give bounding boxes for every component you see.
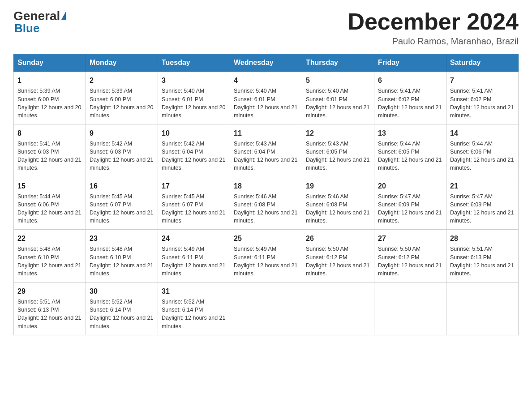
calendar-cell: 13Sunrise: 5:44 AMSunset: 6:05 PMDayligh… [374,124,446,177]
sunset-text: Sunset: 6:02 PM [378,96,419,103]
calendar-cell [374,282,446,335]
sunset-text: Sunset: 6:14 PM [162,307,203,313]
calendar-cell: 26Sunrise: 5:50 AMSunset: 6:12 PMDayligh… [302,230,374,283]
day-number: 7 [450,75,515,86]
sunrise-text: Sunrise: 5:39 AM [90,88,132,94]
day-number: 13 [378,128,442,138]
calendar-cell: 3Sunrise: 5:40 AMSunset: 6:01 PMDaylight… [158,72,230,124]
sunrise-text: Sunrise: 5:41 AM [378,88,420,94]
day-number: 30 [90,286,154,296]
calendar-week-row: 29Sunrise: 5:51 AMSunset: 6:13 PMDayligh… [14,282,519,335]
calendar-cell [302,282,374,335]
calendar-header-wednesday: Wednesday [230,54,302,72]
calendar-cell: 30Sunrise: 5:52 AMSunset: 6:14 PMDayligh… [86,282,158,335]
day-number: 3 [162,75,226,86]
sunset-text: Sunset: 6:06 PM [450,149,491,155]
sunset-text: Sunset: 6:01 PM [234,96,275,103]
day-number: 19 [306,181,370,191]
sunrise-text: Sunrise: 5:47 AM [378,193,420,200]
sunset-text: Sunset: 6:09 PM [378,201,419,208]
daylight-text: Daylight: 12 hours and 21 minutes. [378,157,442,171]
logo: General Blue [13,9,66,35]
daylight-text: Daylight: 12 hours and 21 minutes. [450,210,514,224]
calendar-week-row: 22Sunrise: 5:48 AMSunset: 6:10 PMDayligh… [14,230,519,283]
calendar-week-row: 8Sunrise: 5:41 AMSunset: 6:03 PMDaylight… [14,124,519,177]
daylight-text: Daylight: 12 hours and 21 minutes. [162,157,225,171]
sunset-text: Sunset: 6:13 PM [17,307,59,313]
daylight-text: Daylight: 12 hours and 21 minutes. [162,315,225,329]
day-number: 9 [90,128,154,138]
day-number: 31 [162,286,226,296]
daylight-text: Daylight: 12 hours and 21 minutes. [378,262,442,277]
daylight-text: Daylight: 12 hours and 21 minutes. [17,315,81,329]
calendar-table: SundayMondayTuesdayWednesdayThursdayFrid… [13,54,519,335]
daylight-text: Daylight: 12 hours and 21 minutes. [234,262,297,277]
sunset-text: Sunset: 6:07 PM [162,201,203,208]
sunset-text: Sunset: 6:07 PM [90,201,131,208]
daylight-text: Daylight: 12 hours and 21 minutes. [90,157,153,171]
daylight-text: Daylight: 12 hours and 21 minutes. [234,104,297,119]
day-number: 15 [17,181,82,191]
day-number: 24 [162,233,226,244]
calendar-header-thursday: Thursday [302,54,374,72]
sunrise-text: Sunrise: 5:52 AM [162,299,204,305]
sunset-text: Sunset: 6:11 PM [162,254,203,261]
day-number: 27 [378,233,442,244]
sunset-text: Sunset: 6:08 PM [306,201,347,208]
day-number: 21 [450,181,515,191]
calendar-cell: 6Sunrise: 5:41 AMSunset: 6:02 PMDaylight… [374,72,446,124]
calendar-cell: 8Sunrise: 5:41 AMSunset: 6:03 PMDaylight… [14,124,86,177]
calendar-cell: 23Sunrise: 5:48 AMSunset: 6:10 PMDayligh… [86,230,158,283]
day-number: 5 [306,75,370,86]
day-number: 18 [234,181,298,191]
sunrise-text: Sunrise: 5:49 AM [234,246,276,252]
sunrise-text: Sunrise: 5:48 AM [90,246,132,252]
calendar-header-sunday: Sunday [14,54,86,72]
sunrise-text: Sunrise: 5:51 AM [17,299,60,305]
sunrise-text: Sunrise: 5:39 AM [17,88,60,94]
daylight-text: Daylight: 12 hours and 21 minutes. [450,262,514,277]
sunset-text: Sunset: 6:12 PM [378,254,419,261]
calendar-cell: 10Sunrise: 5:42 AMSunset: 6:04 PMDayligh… [158,124,230,177]
sunrise-text: Sunrise: 5:40 AM [234,88,276,94]
day-number: 14 [450,128,515,138]
daylight-text: Daylight: 12 hours and 21 minutes. [17,262,81,277]
daylight-text: Daylight: 12 hours and 21 minutes. [378,104,442,119]
sunset-text: Sunset: 6:04 PM [162,149,203,155]
sunrise-text: Sunrise: 5:44 AM [450,141,493,147]
daylight-text: Daylight: 12 hours and 21 minutes. [162,262,225,277]
day-number: 4 [234,75,298,86]
sunrise-text: Sunrise: 5:49 AM [162,246,204,252]
sunrise-text: Sunrise: 5:41 AM [450,88,493,94]
sunset-text: Sunset: 6:01 PM [162,96,203,103]
daylight-text: Daylight: 12 hours and 21 minutes. [17,157,81,171]
sunrise-text: Sunrise: 5:42 AM [162,141,204,147]
daylight-text: Daylight: 12 hours and 21 minutes. [450,104,514,119]
logo-blue: Blue [13,21,39,35]
daylight-text: Daylight: 12 hours and 21 minutes. [90,315,153,329]
sunrise-text: Sunrise: 5:50 AM [378,246,420,252]
calendar-cell: 5Sunrise: 5:40 AMSunset: 6:01 PMDaylight… [302,72,374,124]
sunrise-text: Sunrise: 5:51 AM [450,246,493,252]
sunrise-text: Sunrise: 5:44 AM [378,141,420,147]
day-number: 10 [162,128,226,138]
sunset-text: Sunset: 6:11 PM [234,254,275,261]
daylight-text: Daylight: 12 hours and 21 minutes. [90,210,153,224]
sunset-text: Sunset: 6:05 PM [378,149,419,155]
sunrise-text: Sunrise: 5:43 AM [306,141,348,147]
sunrise-text: Sunrise: 5:52 AM [90,299,132,305]
calendar-cell: 24Sunrise: 5:49 AMSunset: 6:11 PMDayligh… [158,230,230,283]
daylight-text: Daylight: 12 hours and 21 minutes. [17,210,81,224]
sunrise-text: Sunrise: 5:46 AM [234,193,276,200]
sunrise-text: Sunrise: 5:40 AM [306,88,348,94]
sunset-text: Sunset: 6:02 PM [450,96,491,103]
sunset-text: Sunset: 6:12 PM [306,254,347,261]
calendar-cell: 1Sunrise: 5:39 AMSunset: 6:00 PMDaylight… [14,72,86,124]
sunrise-text: Sunrise: 5:46 AM [306,193,348,200]
header: General Blue December 2024 Paulo Ramos, … [13,9,519,47]
sunset-text: Sunset: 6:06 PM [17,201,59,208]
sunset-text: Sunset: 6:01 PM [306,96,347,103]
calendar-cell: 27Sunrise: 5:50 AMSunset: 6:12 PMDayligh… [374,230,446,283]
daylight-text: Daylight: 12 hours and 21 minutes. [306,104,369,119]
daylight-text: Daylight: 12 hours and 21 minutes. [306,210,369,224]
